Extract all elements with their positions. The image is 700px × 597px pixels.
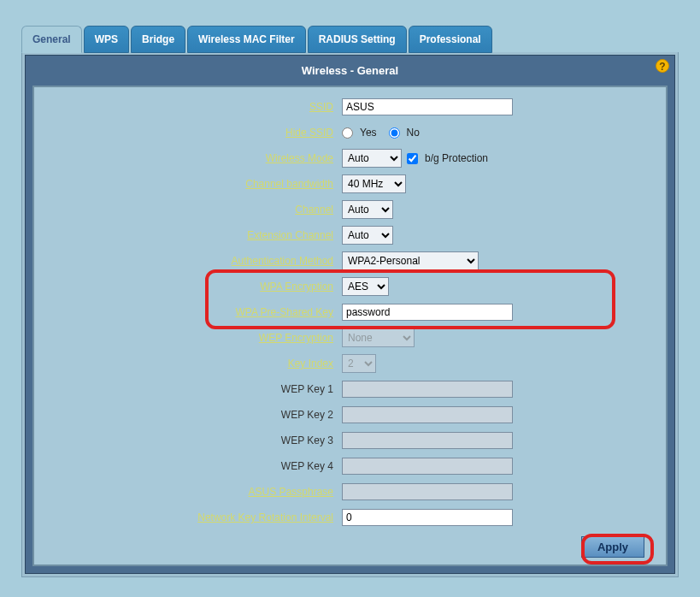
wpa-encryption-select[interactable]: AES bbox=[342, 277, 389, 296]
wep-key-3-input bbox=[342, 432, 513, 449]
hide-ssid-yes-label: Yes bbox=[360, 127, 377, 139]
row-channel: Channel Auto bbox=[43, 197, 657, 222]
label-hide-ssid: Hide SSID bbox=[43, 127, 342, 139]
row-wep-key-1: WEP Key 1 bbox=[43, 376, 657, 402]
row-wep-key-2: WEP Key 2 bbox=[43, 402, 657, 428]
tab-bridge[interactable]: Bridge bbox=[131, 26, 185, 53]
apply-button[interactable]: Apply bbox=[581, 536, 644, 558]
key-index-select: 2 bbox=[342, 354, 376, 373]
asus-passphrase-input bbox=[342, 483, 513, 500]
label-wpa-psk: WPA Pre-Shared Key bbox=[43, 306, 342, 318]
channel-select[interactable]: Auto bbox=[342, 200, 393, 219]
panel-inner: ? Wireless - General SSID Hide SSID Yes … bbox=[25, 55, 675, 574]
wireless-mode-select[interactable]: Auto bbox=[342, 149, 402, 168]
help-icon[interactable]: ? bbox=[656, 59, 669, 73]
row-extension-channel: Extension Channel Auto bbox=[43, 222, 657, 248]
tab-professional[interactable]: Professional bbox=[409, 26, 492, 53]
panel-outer: ? Wireless - General SSID Hide SSID Yes … bbox=[21, 52, 679, 577]
tab-radius[interactable]: RADIUS Setting bbox=[308, 26, 407, 53]
bg-protection-checkbox[interactable] bbox=[407, 153, 418, 164]
label-wep-key-1: WEP Key 1 bbox=[43, 383, 342, 395]
router-config-page: General WPS Bridge Wireless MAC Filter R… bbox=[0, 0, 700, 597]
label-asus-passphrase: ASUS Passphrase bbox=[43, 486, 342, 498]
row-rotation-interval: Network Key Rotation Interval bbox=[43, 505, 657, 530]
ssid-input[interactable] bbox=[342, 98, 513, 115]
label-wep-key-4: WEP Key 4 bbox=[43, 460, 342, 472]
tab-wps[interactable]: WPS bbox=[84, 26, 129, 53]
row-wep-encryption: WEP Encryption None bbox=[43, 325, 657, 351]
row-wpa-encryption: WPA Encryption AES bbox=[43, 274, 657, 299]
row-wireless-mode: Wireless Mode Auto b/g Protection bbox=[43, 145, 657, 171]
tab-bar: General WPS Bridge Wireless MAC Filter R… bbox=[21, 26, 679, 53]
row-ssid: SSID bbox=[43, 94, 657, 120]
label-key-index: Key Index bbox=[43, 358, 342, 369]
label-wep-key-2: WEP Key 2 bbox=[43, 409, 342, 421]
hide-ssid-yes-radio[interactable] bbox=[342, 127, 353, 139]
row-auth-method: Authentication Method WPA2-Personal bbox=[43, 248, 657, 274]
row-asus-passphrase: ASUS Passphrase bbox=[43, 479, 657, 505]
hide-ssid-no-label: No bbox=[407, 127, 420, 139]
row-wep-key-4: WEP Key 4 bbox=[43, 453, 657, 479]
extension-channel-select[interactable]: Auto bbox=[342, 226, 393, 245]
label-extension-channel: Extension Channel bbox=[43, 229, 342, 241]
wep-key-1-input bbox=[342, 381, 513, 398]
wep-encryption-select: None bbox=[342, 328, 415, 347]
wep-key-2-input bbox=[342, 406, 513, 423]
label-wireless-mode: Wireless Mode bbox=[43, 152, 342, 164]
label-wep-encryption: WEP Encryption bbox=[43, 332, 342, 344]
rotation-interval-input[interactable] bbox=[342, 509, 513, 526]
label-channel-bandwidth: Channel bandwidth bbox=[43, 178, 342, 190]
label-ssid: SSID bbox=[43, 101, 342, 113]
hide-ssid-no-radio[interactable] bbox=[389, 127, 400, 139]
panel-title: Wireless - General bbox=[26, 56, 674, 86]
tab-general[interactable]: General bbox=[21, 26, 82, 53]
label-rotation-interval: Network Key Rotation Interval bbox=[43, 511, 342, 523]
label-channel: Channel bbox=[43, 204, 342, 216]
auth-method-select[interactable]: WPA2-Personal bbox=[342, 251, 479, 270]
bg-protection-label: b/g Protection bbox=[425, 152, 488, 164]
row-hide-ssid: Hide SSID Yes No bbox=[43, 120, 657, 145]
row-channel-bandwidth: Channel bandwidth 40 MHz bbox=[43, 171, 657, 197]
wep-key-4-input bbox=[342, 458, 513, 475]
wpa-psk-input[interactable] bbox=[342, 304, 513, 321]
label-wpa-encryption: WPA Encryption bbox=[43, 281, 342, 293]
label-auth-method: Authentication Method bbox=[43, 255, 342, 267]
row-wpa-psk: WPA Pre-Shared Key bbox=[43, 299, 657, 325]
row-wep-key-3: WEP Key 3 bbox=[43, 428, 657, 453]
form-area: SSID Hide SSID Yes No Wireless Mode bbox=[32, 86, 668, 566]
channel-bandwidth-select[interactable]: 40 MHz bbox=[342, 174, 406, 193]
label-wep-key-3: WEP Key 3 bbox=[43, 434, 342, 446]
tab-mac-filter[interactable]: Wireless MAC Filter bbox=[187, 26, 306, 53]
row-key-index: Key Index 2 bbox=[43, 351, 657, 376]
